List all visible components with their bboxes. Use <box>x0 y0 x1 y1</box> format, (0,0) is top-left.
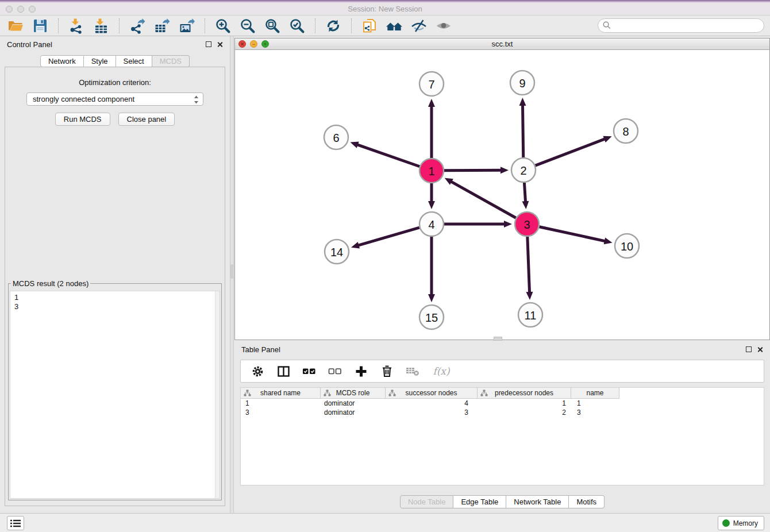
export-table-button[interactable] <box>152 16 172 36</box>
table-cell[interactable]: 1 <box>241 399 321 408</box>
memory-button[interactable]: Memory <box>718 516 764 530</box>
tab-edge-table[interactable]: Edge Table <box>453 495 506 508</box>
graph-edge-2-3[interactable] <box>524 183 525 203</box>
delete-table-button[interactable] <box>406 364 419 378</box>
mcds-result-area[interactable]: 1 3 <box>10 291 220 499</box>
select-all-checkboxes-button[interactable] <box>302 364 316 378</box>
checked-boxes-icon <box>302 364 316 378</box>
graph-edge-1-6[interactable] <box>356 144 419 167</box>
result-scrollbar[interactable] <box>215 291 220 498</box>
tab-select[interactable]: Select <box>116 55 152 67</box>
hide-eye-icon <box>411 18 427 34</box>
graph-edge-2-8[interactable] <box>536 138 606 165</box>
list-icon <box>10 519 21 527</box>
zoom-in-button[interactable] <box>213 16 233 36</box>
zoom-fit-button[interactable] <box>263 16 282 36</box>
import-network-button[interactable] <box>67 16 86 36</box>
column-header-shared-name[interactable]: shared name <box>241 388 321 399</box>
graph-edge-3-10[interactable] <box>539 227 606 241</box>
criterion-select[interactable]: strongly connected component <box>26 92 203 106</box>
table-cell[interactable]: 3 <box>241 408 321 417</box>
close-panel-button[interactable]: Close panel <box>118 113 175 126</box>
close-table-panel-icon[interactable] <box>757 346 763 353</box>
tab-network[interactable]: Network <box>40 55 84 67</box>
tab-style[interactable]: Style <box>84 55 116 67</box>
column-header-predecessor-nodes[interactable]: predecessor nodes <box>478 388 571 399</box>
tab-motifs[interactable]: Motifs <box>569 495 605 508</box>
network-canvas[interactable]: 7968124314101511 <box>235 50 769 340</box>
run-mcds-button[interactable]: Run MCDS <box>55 113 110 126</box>
window-close-button[interactable] <box>6 6 13 13</box>
hide-selected-button[interactable] <box>409 16 429 36</box>
toolbar-separator <box>205 18 205 33</box>
window-traffic-lights[interactable] <box>6 6 36 13</box>
task-history-button[interactable] <box>7 516 24 530</box>
float-table-panel-icon[interactable] <box>746 346 752 352</box>
column-header-mcds-role[interactable]: MCDS role <box>321 388 386 399</box>
table-row[interactable]: 3dominator323 <box>241 408 764 417</box>
search-input[interactable] <box>598 18 764 33</box>
deselect-all-checkboxes-button[interactable] <box>328 364 342 378</box>
export-network-button[interactable] <box>128 16 147 36</box>
plus-icon <box>355 365 368 378</box>
horizontal-splitter-grip[interactable] <box>494 337 502 341</box>
graph-arrowhead-1-2 <box>500 167 509 174</box>
table-cell[interactable]: 2 <box>478 408 571 417</box>
memory-status-icon <box>722 519 730 527</box>
show-all-button[interactable] <box>434 16 453 36</box>
frame-minimize-button[interactable]: − <box>250 40 257 48</box>
close-panel-icon[interactable] <box>217 41 223 48</box>
frame-maximize-button[interactable]: + <box>261 40 269 48</box>
vertical-splitter[interactable] <box>230 36 234 513</box>
zoom-selected-button[interactable] <box>287 16 307 36</box>
column-header-name[interactable]: name <box>571 388 619 399</box>
splitter-grip[interactable] <box>230 264 233 279</box>
save-session-button[interactable] <box>30 16 50 36</box>
tab-mcds[interactable]: MCDS <box>152 55 190 67</box>
table-cell[interactable]: dominator <box>321 408 386 417</box>
column-header-successor-nodes[interactable]: successor nodes <box>386 388 478 399</box>
open-file-button[interactable] <box>6 16 25 36</box>
floppy-disk-icon <box>32 18 48 34</box>
tab-node-table[interactable]: Node Table <box>400 495 454 508</box>
clone-network-button[interactable] <box>360 16 379 36</box>
network-window-titlebar[interactable]: ✕ − + scc.txt <box>235 38 769 50</box>
table-row[interactable]: 1dominator411 <box>241 399 764 408</box>
graph-node-label-7: 7 <box>428 78 434 91</box>
table-cell[interactable]: dominator <box>321 399 386 408</box>
table-settings-button[interactable] <box>251 364 264 378</box>
export-image-button[interactable] <box>177 16 197 36</box>
refresh-icon <box>325 18 341 34</box>
graph-edge-3-1[interactable] <box>450 181 516 218</box>
graph-edge-1-2[interactable] <box>444 170 502 171</box>
zoom-out-button[interactable] <box>238 16 257 36</box>
graph-node-label-3: 3 <box>523 218 530 231</box>
gear-icon <box>251 365 264 378</box>
import-table-button[interactable] <box>91 16 111 36</box>
graph-arrowhead-4-3 <box>504 221 512 228</box>
graph-edge-4-14[interactable] <box>357 228 419 246</box>
delete-column-button[interactable] <box>380 364 394 378</box>
add-column-button[interactable] <box>354 364 368 378</box>
table-cell[interactable]: 1 <box>478 399 571 408</box>
window-minimize-button[interactable] <box>17 6 24 13</box>
table-cell[interactable]: 4 <box>386 399 478 408</box>
frame-close-button[interactable]: ✕ <box>238 40 246 48</box>
split-view-button[interactable] <box>276 364 290 378</box>
window-zoom-button[interactable] <box>29 6 36 13</box>
graph-edge-3-11[interactable] <box>528 237 530 294</box>
search-box[interactable] <box>598 18 764 33</box>
tree-icon <box>388 390 396 397</box>
float-panel-icon[interactable] <box>206 41 211 47</box>
tab-network-table[interactable]: Network Table <box>506 495 569 508</box>
graph-arrowhead-1-6 <box>351 142 359 148</box>
function-builder-button[interactable]: f(x) <box>432 364 451 378</box>
table-cell[interactable]: 3 <box>571 408 619 417</box>
show-home-networks-button[interactable] <box>384 16 404 36</box>
refresh-button[interactable] <box>324 16 343 36</box>
table-cell[interactable]: 3 <box>386 408 478 417</box>
graph-edge-2-9[interactable] <box>522 104 523 157</box>
network-window-title: scc.txt <box>492 40 513 48</box>
table-cell[interactable]: 1 <box>571 399 619 408</box>
tree-icon <box>324 390 331 397</box>
